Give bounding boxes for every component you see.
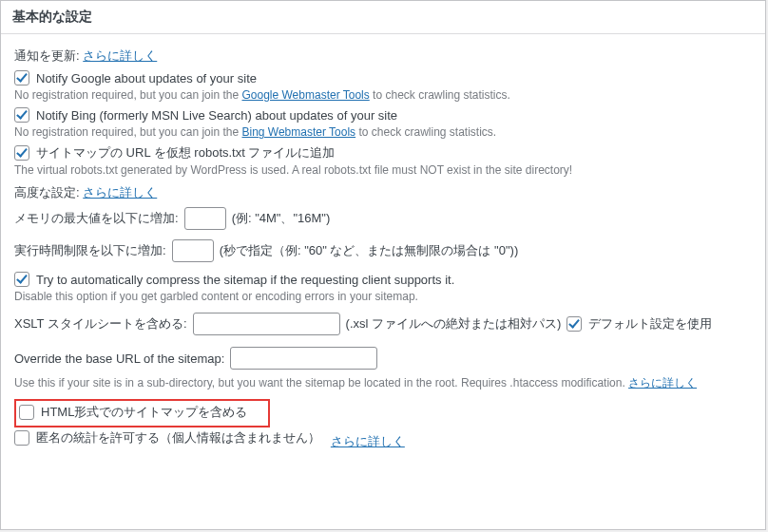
notify-google-checkbox[interactable] bbox=[14, 70, 29, 86]
time-limit-row: 実行時間制限を以下に増加: (秒で指定（例: "60" など、または無制限の場合… bbox=[14, 239, 752, 262]
anon-stats-text: 匿名の統計を許可する（個人情報は含まれません） bbox=[36, 429, 320, 446]
panel-title: 基本的な設定 bbox=[1, 1, 765, 34]
advanced-section-head: 高度な設定: さらに詳しく bbox=[14, 184, 752, 201]
robots-text: サイトマップの URL を仮想 robots.txt ファイルに追加 bbox=[36, 144, 335, 162]
basic-settings-panel: 基本的な設定 通知を更新: さらに詳しく Notify Google about… bbox=[0, 0, 766, 530]
notify-bing-hint: No registration required, but you can jo… bbox=[14, 125, 752, 139]
xslt-default-checkbox[interactable] bbox=[566, 316, 582, 332]
xslt-default-label[interactable]: デフォルト設定を使用 bbox=[566, 315, 712, 332]
notify-google-label[interactable]: Notify Google about updates of your site bbox=[14, 70, 257, 86]
anon-stats-label[interactable]: 匿名の統計を許可する（個人情報は含まれません） bbox=[14, 429, 320, 446]
gzip-label[interactable]: Try to automatically compress the sitema… bbox=[14, 272, 454, 287]
robots-checkbox[interactable] bbox=[14, 145, 29, 161]
notify-google-row: Notify Google about updates of your site… bbox=[14, 70, 752, 102]
gzip-hint: Disable this option if you get garbled c… bbox=[14, 290, 752, 303]
html-sitemap-highlight: HTML形式でのサイトマップを含める bbox=[14, 399, 270, 428]
html-sitemap-row: HTML形式でのサイトマップを含める bbox=[14, 397, 752, 428]
notify-bing-text: Notify Bing (formerly MSN Live Search) a… bbox=[36, 108, 397, 123]
memory-input[interactable] bbox=[184, 207, 226, 230]
memory-hint: (例: "4M"、"16M") bbox=[232, 210, 331, 227]
memory-label: メモリの最大値を以下に増加: bbox=[14, 210, 179, 227]
notify-section-head: 通知を更新: さらに詳しく bbox=[14, 48, 752, 65]
html-sitemap-text: HTML形式でのサイトマップを含める bbox=[41, 404, 247, 421]
gzip-text: Try to automatically compress the sitema… bbox=[36, 273, 454, 287]
base-url-label: Override the base URL of the sitemap: bbox=[14, 352, 224, 366]
base-url-hint: Use this if your site is in a sub-direct… bbox=[14, 375, 752, 391]
gzip-row: Try to automatically compress the sitema… bbox=[14, 272, 752, 303]
notify-bing-checkbox[interactable] bbox=[14, 107, 29, 123]
anon-stats-checkbox[interactable] bbox=[14, 430, 29, 446]
xslt-row: XSLT スタイルシートを含める: (.xsl ファイルへの絶対または相対パス)… bbox=[14, 313, 752, 335]
xslt-label: XSLT スタイルシートを含める: bbox=[14, 315, 187, 332]
base-url-input[interactable] bbox=[230, 347, 377, 370]
xslt-hint: (.xsl ファイルへの絶対または相対パス) bbox=[346, 315, 562, 332]
robots-row: サイトマップの URL を仮想 robots.txt ファイルに追加 The v… bbox=[14, 144, 752, 177]
xslt-default-text: デフォルト設定を使用 bbox=[588, 315, 712, 332]
anon-stats-more-link[interactable]: さらに詳しく bbox=[331, 434, 405, 448]
bing-webmaster-link[interactable]: Bing Webmaster Tools bbox=[241, 125, 355, 139]
robots-hint: The virtual robots.txt generated by Word… bbox=[14, 163, 752, 177]
time-limit-hint: (秒で指定（例: "60" など、または無制限の場合は "0")) bbox=[220, 242, 519, 259]
gzip-checkbox[interactable] bbox=[14, 272, 29, 287]
notify-google-text: Notify Google about updates of your site bbox=[36, 71, 257, 86]
advanced-more-link[interactable]: さらに詳しく bbox=[83, 185, 157, 200]
time-limit-input[interactable] bbox=[172, 239, 214, 262]
notify-lead: 通知を更新: bbox=[14, 48, 80, 63]
notify-google-hint: No registration required, but you can jo… bbox=[14, 88, 752, 102]
anon-stats-row: 匿名の統計を許可する（個人情報は含まれません） さらに詳しく bbox=[14, 429, 752, 450]
google-webmaster-link[interactable]: Google Webmaster Tools bbox=[241, 88, 369, 102]
notify-bing-row: Notify Bing (formerly MSN Live Search) a… bbox=[14, 107, 752, 139]
memory-row: メモリの最大値を以下に増加: (例: "4M"、"16M") bbox=[14, 207, 752, 230]
time-limit-label: 実行時間制限を以下に増加: bbox=[14, 242, 166, 259]
robots-label[interactable]: サイトマップの URL を仮想 robots.txt ファイルに追加 bbox=[14, 144, 335, 162]
xslt-input[interactable] bbox=[193, 313, 340, 335]
advanced-lead: 高度な設定: bbox=[14, 185, 80, 200]
base-url-row: Override the base URL of the sitemap: bbox=[14, 347, 752, 370]
notify-more-link[interactable]: さらに詳しく bbox=[83, 48, 157, 63]
html-sitemap-checkbox[interactable] bbox=[19, 405, 34, 420]
html-sitemap-label[interactable]: HTML形式でのサイトマップを含める bbox=[19, 404, 247, 421]
notify-bing-label[interactable]: Notify Bing (formerly MSN Live Search) a… bbox=[14, 107, 397, 123]
base-url-more-link[interactable]: さらに詳しく bbox=[628, 376, 697, 390]
panel-body: 通知を更新: さらに詳しく Notify Google about update… bbox=[1, 34, 765, 457]
